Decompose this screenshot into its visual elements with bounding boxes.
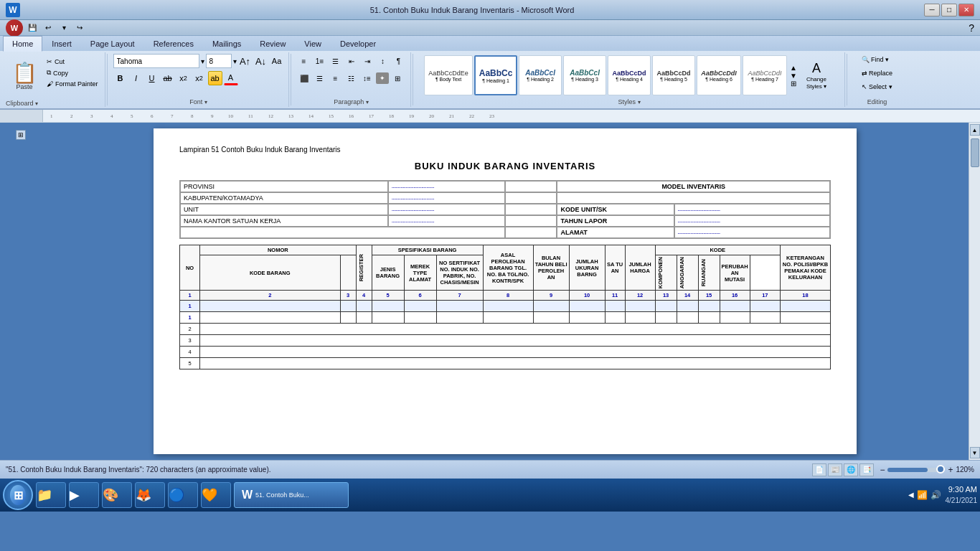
col-register-placeholder (340, 255, 356, 291)
multilevel-button[interactable]: ☰ (329, 54, 343, 68)
highlight-button[interactable]: ab (208, 71, 222, 85)
taskbar-word-active[interactable]: W 51. Contoh Buku... (234, 482, 349, 508)
font-name-dropdown[interactable]: ▾ (201, 57, 204, 65)
office-button[interactable]: W (6, 19, 23, 37)
full-screen-button[interactable]: 📰 (828, 463, 842, 476)
undo-dropdown[interactable]: ▾ (57, 22, 70, 34)
select-button[interactable]: ↖ Select ▾ (857, 81, 897, 93)
row-1-col-ruan (698, 301, 720, 312)
style-heading5[interactable]: AaBbCcDd ¶ Heading 5 (652, 55, 695, 95)
change-styles-button[interactable]: A ChangeStyles ▾ (798, 55, 834, 95)
close-button[interactable]: ✕ (958, 4, 974, 17)
taskbar-paint[interactable]: 🎨 (102, 482, 132, 508)
tab-insert[interactable]: Insert (42, 36, 81, 51)
strikethrough-button[interactable]: ab (161, 71, 175, 85)
outline-button[interactable]: 📑 (859, 463, 874, 476)
alamat-label: ALAMAT (557, 227, 674, 238)
align-left-button[interactable]: ⬛ (297, 71, 311, 85)
scroll-up-button[interactable]: ▲ (970, 124, 980, 136)
tab-view[interactable]: View (295, 36, 331, 51)
zoom-level[interactable]: 120% (956, 466, 974, 474)
tab-references[interactable]: References (144, 36, 203, 51)
window-controls[interactable]: ─ □ ✕ (924, 4, 974, 17)
clock-area[interactable]: 9:30 AM 4/21/2021 (946, 484, 978, 505)
cut-button[interactable]: ✂ Cut (43, 57, 102, 67)
style-heading3[interactable]: AaBbCcI ¶ Heading 3 (563, 55, 606, 95)
style-heading2[interactable]: AaBbCcI ¶ Heading 2 (519, 55, 562, 95)
taskbar-file-manager[interactable]: 📁 (36, 482, 66, 508)
font-color-button[interactable]: A (224, 71, 238, 85)
show-marks-button[interactable]: ¶ (392, 54, 406, 68)
justify-button[interactable]: ☷ (344, 71, 359, 85)
style-heading7[interactable]: AaBbCcDdI ¶ Heading 7 (743, 55, 787, 95)
save-quick-button[interactable]: 💾 (26, 22, 39, 34)
zoom-in-button[interactable]: + (948, 465, 953, 475)
font-size-dropdown[interactable]: ▾ (233, 57, 237, 65)
subscript-button[interactable]: x2 (176, 71, 191, 85)
style-body-text[interactable]: AaBbCcDdEe ¶ Body Text (424, 55, 473, 95)
undo-button[interactable]: ↩ (42, 22, 55, 34)
increase-indent-button[interactable]: ⇥ (360, 54, 374, 68)
italic-button[interactable]: I (129, 71, 143, 85)
ruler-left-margin (0, 110, 43, 122)
taskbar-app-orange[interactable]: 🧡 (201, 482, 231, 508)
copy-button[interactable]: ⧉ Copy (43, 67, 102, 78)
scroll-down-button[interactable]: ▼ (970, 447, 980, 458)
decrease-indent-button[interactable]: ⇤ (344, 54, 359, 68)
line-spacing-button[interactable]: ↕≡ (360, 71, 374, 85)
style-heading6[interactable]: AaBbCcDdI ¶ Heading 6 (697, 55, 741, 95)
format-painter-button[interactable]: 🖌 Format Painter (43, 79, 102, 89)
underline-button[interactable]: U (145, 71, 159, 85)
style-heading4[interactable]: AaBbCcDd ¶ Heading 4 (608, 55, 651, 95)
tab-developer[interactable]: Developer (331, 36, 385, 51)
tab-review[interactable]: Review (250, 36, 295, 51)
network-icon[interactable]: 📶 (917, 490, 928, 500)
align-right-button[interactable]: ≡ (329, 71, 343, 85)
styles-scroll-down[interactable]: ▼ (790, 72, 797, 80)
taskbar-browser-2[interactable]: 🔵 (168, 482, 198, 508)
sort-button[interactable]: ↕ (376, 54, 390, 68)
bold-button[interactable]: B (113, 71, 128, 85)
replace-button[interactable]: ⇄ Replace (857, 67, 897, 79)
row-1-col-harga (625, 301, 655, 312)
volume-icon[interactable]: 🔊 (930, 490, 941, 500)
zoom-out-button[interactable]: − (880, 465, 885, 475)
zoom-slider[interactable] (887, 468, 945, 472)
style-heading1[interactable]: AaBbCc ¶ Heading 1 (474, 55, 517, 95)
clear-format-button[interactable]: Aa (270, 54, 284, 68)
align-center-button[interactable]: ☰ (313, 71, 327, 85)
minimize-button[interactable]: ─ (924, 4, 940, 17)
find-button[interactable]: 🔍 Find ▾ (857, 54, 894, 65)
font-grow-button[interactable]: A↑ (238, 54, 253, 68)
superscript-button[interactable]: x2 (192, 71, 207, 85)
help-button[interactable]: ? (969, 22, 974, 34)
numbering-button[interactable]: 1≡ (313, 54, 327, 68)
print-layout-button[interactable]: 📄 (812, 463, 826, 476)
vertical-scrollbar[interactable]: ▲ ▼ (969, 123, 980, 460)
tray-arrow[interactable]: ◀ (908, 491, 914, 499)
font-shrink-button[interactable]: A↓ (254, 54, 268, 68)
taskbar-firefox[interactable]: 🦊 (135, 482, 165, 508)
styles-expand[interactable]: ⊞ (791, 80, 796, 88)
borders-button[interactable]: ⊞ (390, 71, 405, 85)
shading-button[interactable]: ✦ (376, 72, 389, 84)
redo-button[interactable]: ↪ (73, 22, 86, 34)
tab-page-layout[interactable]: Page Layout (81, 36, 144, 51)
styles-scroll-up[interactable]: ▲ (790, 64, 797, 72)
font-size-input[interactable] (206, 54, 232, 68)
tab-home[interactable]: Home (3, 36, 42, 52)
zoom-slider-area[interactable]: − + 120% (880, 465, 974, 475)
row-6-empty (200, 358, 831, 369)
start-button[interactable]: ⊞ (3, 480, 33, 510)
font-name-input[interactable] (113, 54, 199, 68)
row-3-col-no: 2 (180, 324, 200, 335)
bullets-button[interactable]: ≡ (297, 54, 311, 68)
scroll-thumb[interactable] (971, 138, 979, 167)
col-asal: ASAL PEROLEHAN BARANG TGL. NO. BA TGL/NO… (483, 245, 533, 291)
tab-mailings[interactable]: Mailings (203, 36, 250, 51)
paste-button[interactable]: 📋 Paste (6, 55, 43, 98)
maximize-button[interactable]: □ (941, 4, 957, 17)
web-layout-button[interactable]: 🌐 (844, 463, 858, 476)
taskbar-media-player[interactable]: ▶ (69, 482, 99, 508)
col-anggaran: ANGGARAN (677, 255, 698, 291)
